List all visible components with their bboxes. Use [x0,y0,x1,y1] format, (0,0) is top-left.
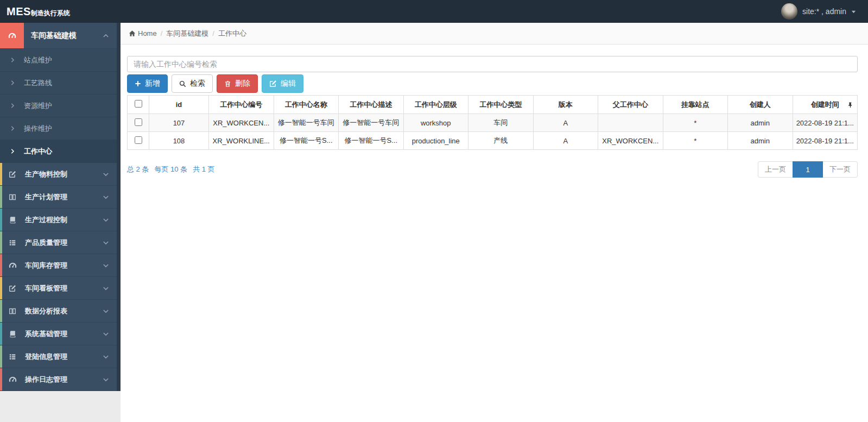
table-cell: XR_WORKCEN... [209,114,274,132]
column-header: 挂靠站点 [663,96,728,114]
column-header: 父工作中心 [598,96,663,114]
user-menu[interactable]: site:* , admin [781,3,856,20]
dashboard-icon [0,375,25,383]
chevron-down-icon [103,194,109,200]
home-icon [129,30,136,37]
pagination-summary-item[interactable]: 共 1 页 [193,165,214,174]
table-cell: A [533,114,598,132]
breadcrumb-current: 工作中心 [218,29,246,39]
menu-accent-bar [0,231,2,254]
breadcrumb-level1[interactable]: 车间基础建模 [166,29,208,39]
row-select-cell [128,132,149,150]
caret-down-icon [851,7,856,16]
sidebar-group[interactable]: 车间库存管理 [0,254,117,277]
sidebar-subitem[interactable]: 操作维护 [0,117,117,140]
sidebar-group[interactable]: 操作日志管理 [0,368,117,391]
table-cell: admin [728,132,793,150]
book-icon [0,216,25,224]
table-cell: 107 [149,114,209,132]
plus-icon [135,80,141,87]
sidebar-menu: 车间基础建模 站点维护 工艺路线 资源维护 操作维护 工作中心 生产物料控制 生… [0,23,121,391]
column-header: 创建时间 [793,96,858,114]
sidebar-group[interactable]: 产品质量管理 [0,231,117,254]
sidebar-group-active[interactable]: 车间基础建模 [0,23,117,49]
main-content: 新增 检索 删除 编辑 id工作中心编号工作中心名称工作中心描述工作中心层级工作… [121,45,868,178]
table-cell: 2022-08-19 21:1... [793,132,858,150]
table-row: 107XR_WORKCEN...修一智能一号车间修一智能一号车间workshop… [128,114,858,132]
edit-icon [0,171,25,178]
select-all-checkbox[interactable] [135,100,142,108]
menu-accent-bar [0,300,2,322]
chevron-down-icon [103,172,109,177]
row-checkbox[interactable] [135,136,142,144]
brand-title: MES [7,5,31,18]
menu-accent-bar [0,209,2,231]
dashboard-icon [0,261,25,269]
sidebar-group[interactable]: 生产过程控制 [0,209,117,231]
column-header: 工作中心描述 [339,96,404,114]
sidebar-subitem[interactable]: 工作中心 [0,140,117,163]
columns-icon [0,193,25,201]
avatar[interactable] [781,3,797,20]
breadcrumb: Home / 车间基础建模 / 工作中心 [121,23,868,45]
table-cell: 修一智能一号S... [274,132,339,150]
chevron-down-icon [103,308,109,314]
pagination-summary-item[interactable]: 总 2 条 [127,165,149,174]
chevron-up-icon [103,33,109,39]
menu-accent-bar [0,186,2,208]
table-cell: 车间 [468,114,534,132]
chevron-down-icon [103,217,109,223]
search-icon [179,80,186,87]
search-input[interactable] [127,56,858,72]
sidebar-group[interactable]: 系统基础管理 [0,323,117,345]
row-checkbox[interactable] [135,118,142,126]
table-cell: 修一智能一号车间 [274,114,339,132]
pagination-summary-item[interactable]: 每页 10 条 [154,165,187,174]
next-page-button[interactable]: 下一页 [822,161,858,178]
sidebar-group[interactable]: 生产物料控制 [0,163,117,186]
add-button[interactable]: 新增 [127,74,168,93]
pin-icon[interactable] [847,102,853,108]
edit-icon [269,80,277,87]
columns-icon [0,307,25,315]
dashboard-icon [0,23,24,48]
workcenter-table: id工作中心编号工作中心名称工作中心描述工作中心层级工作中心类型版本父工作中心挂… [127,95,858,150]
sidebar-group-label: 车间基础建模 [31,31,77,41]
brand-subtitle: 制造执行系统 [31,9,70,18]
sidebar-group[interactable]: 数据分析报表 [0,300,117,323]
search-button[interactable]: 检索 [172,74,213,93]
current-page-button[interactable]: 1 [793,161,823,178]
chevron-right-icon [10,103,15,108]
menu-accent-bar [0,368,2,390]
table-cell: 2022-08-19 21:1... [793,114,858,132]
chevron-right-icon [10,58,15,62]
row-select-cell [128,114,149,132]
column-header: 工作中心类型 [468,96,534,114]
prev-page-button[interactable]: 上一页 [758,161,793,178]
table-cell: A [533,132,598,150]
breadcrumb-home[interactable]: Home [129,29,157,37]
column-header: 工作中心编号 [209,96,274,114]
sidebar-group[interactable]: 登陆信息管理 [0,345,117,368]
column-header: 工作中心层级 [403,96,468,114]
sidebar-group[interactable]: 生产计划管理 [0,186,117,209]
sidebar: 车间基础建模 站点维护 工艺路线 资源维护 操作维护 工作中心 生产物料控制 生… [0,23,121,422]
edit-icon [0,285,25,292]
table-cell: * [663,132,728,150]
chevron-down-icon [103,354,109,360]
sidebar-subitem[interactable]: 站点维护 [0,49,117,72]
list-icon [0,239,25,247]
column-header: 创建人 [728,96,793,114]
menu-accent-bar [0,254,2,276]
table-cell: XR_WORKCEN... [598,132,663,150]
edit-button[interactable]: 编辑 [262,74,303,93]
sidebar-subitem[interactable]: 资源维护 [0,95,117,117]
sidebar-subitem[interactable]: 工艺路线 [0,72,117,95]
sidebar-group[interactable]: 车间看板管理 [0,277,117,300]
column-header: id [149,96,209,114]
top-navbar: MES 制造执行系统 site:* , admin [0,0,868,23]
table-cell: admin [728,114,793,132]
delete-button[interactable]: 删除 [217,74,258,93]
menu-accent-bar [0,345,2,368]
menu-accent-bar [0,163,2,185]
